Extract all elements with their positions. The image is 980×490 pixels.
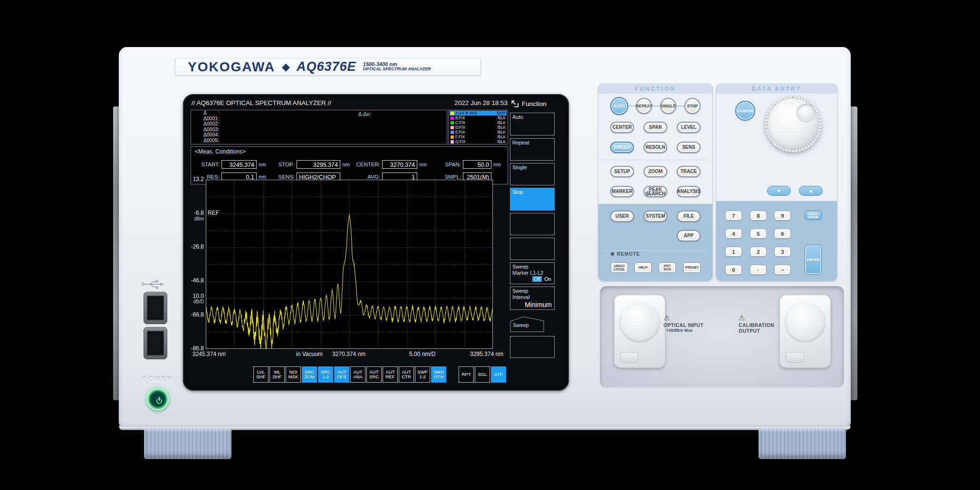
hardkey-center[interactable]: CENTER [610, 122, 634, 133]
menu-item-stop[interactable]: Stop [510, 188, 555, 211]
trace-row-G[interactable]: G:FIX/BLK [450, 140, 507, 144]
hardkey-resoln[interactable]: RESOLN [644, 142, 667, 153]
trace-color-swatch [451, 135, 454, 139]
coarse-button[interactable]: COARSE [735, 101, 755, 121]
meas-field-value[interactable]: 50.0 [463, 160, 491, 169]
softkey-smo-oth[interactable]: SMO OTH [431, 366, 446, 383]
meas-field-value[interactable]: 3245.374 [221, 160, 257, 169]
hardkey-level[interactable]: LEVEL [677, 122, 701, 133]
remote-led [611, 252, 614, 256]
softkey-wl-shf[interactable]: WL SHF [269, 366, 285, 383]
softkey-src-1-2[interactable]: SRC 1-2 [318, 366, 333, 383]
usb-port-2[interactable] [144, 327, 167, 359]
menu-item-auto[interactable]: Auto [510, 113, 555, 135]
softkey-noi-msk[interactable]: NOI MSK [286, 366, 301, 383]
function-menu-header: Function [511, 100, 547, 108]
hardkey-preset[interactable]: PRESET [683, 262, 701, 273]
delta-label-0: Δ : [203, 110, 447, 116]
hardkey-marker[interactable]: MARKER [610, 186, 634, 197]
menu-item-label: Sweep Interval [512, 288, 529, 300]
softkey-src-zom[interactable]: SRC ZOM [302, 366, 317, 383]
softkey-gap [447, 366, 458, 383]
menu-item-sweep[interactable]: Sweep Marker L1-L2Off On [510, 262, 555, 284]
optical-input-cover[interactable] [614, 295, 665, 368]
softkey-aut-ctr[interactable]: AUT CTR [399, 366, 414, 383]
menu-item-label: Auto [512, 114, 523, 120]
trace-row-F[interactable]: F:FIX/BLK [450, 135, 507, 139]
softkey-aut-ref[interactable]: AUT REF [383, 366, 398, 383]
step-up-button[interactable]: ▲ [799, 186, 823, 196]
menu-item-label: Stop [512, 189, 523, 195]
meas-field-center: CENTER:3270.374nm [355, 160, 436, 169]
softkey-aut-ofs[interactable]: AUT OFS [334, 366, 349, 383]
numkey-·[interactable]: · [750, 265, 767, 275]
numkey-2[interactable]: 2 [750, 247, 767, 257]
trace-row-A[interactable]: A:FX R AVG/DSP [450, 111, 507, 115]
softkey-rpt[interactable]: RPT [459, 366, 474, 383]
softkey-swp-1-2[interactable]: SWP 1-2 [415, 366, 430, 383]
menu-item-label: Repeat [512, 140, 529, 145]
hardkey-zoom[interactable]: ZOOM [644, 166, 667, 177]
numkey-3[interactable]: 3 [774, 247, 791, 257]
softkey-stp[interactable]: STP [491, 366, 506, 383]
hardkey-user[interactable]: USER [610, 211, 634, 222]
meas-field-value[interactable]: 3270.374 [382, 160, 417, 169]
hardkey-help[interactable]: HELP [634, 262, 652, 273]
display-screen: // AQ6376E OPTICAL SPECTRUM ANALYZER // … [183, 94, 569, 391]
numkey-1[interactable]: 1 [725, 247, 742, 257]
backspace-key[interactable]: BACK SPACE [805, 211, 822, 220]
hardkey-peak[interactable]: PEAK SEARCH [644, 186, 667, 197]
trace-row-B[interactable]: B:FIX/BLK [450, 115, 507, 120]
hardkey-file[interactable]: FILE [677, 211, 701, 222]
numkey-5[interactable]: 5 [750, 229, 767, 239]
meas-field-value[interactable]: 3295.374 [297, 160, 340, 169]
hardkey-trace[interactable]: TRACE [677, 166, 701, 177]
numkey-−[interactable]: − [774, 265, 791, 275]
sweep-tab[interactable]: Sweep [510, 316, 544, 332]
calibration-output-sub: OUTPUT [739, 328, 810, 334]
sweep-marker-toggle[interactable]: Off On [532, 276, 552, 282]
hardkey-repeat[interactable]: REPEAT [636, 98, 652, 114]
trace-row-E[interactable]: E:FIX/BLK [450, 130, 507, 135]
step-down-button[interactable]: ▼ [767, 186, 791, 196]
softkey-sgl[interactable]: SGL [475, 366, 490, 383]
optical-input-latch[interactable] [620, 352, 638, 363]
numkey-0[interactable]: 0 [725, 265, 742, 275]
numkey-9[interactable]: 9 [774, 211, 791, 221]
hardkey-app[interactable]: APP [677, 230, 701, 241]
hardkey-undo[interactable]: UNDO/ LOCAL [611, 262, 628, 273]
numkey-8[interactable]: 8 [750, 211, 767, 221]
trace-row-D[interactable]: D:FIX/BLK [450, 125, 507, 130]
hardkey-auto[interactable]: AUTO [610, 97, 628, 115]
hardkey-sens[interactable]: SENS [677, 142, 701, 153]
power-button[interactable] [146, 388, 169, 411]
numkey-6[interactable]: 6 [774, 229, 791, 239]
hardkey-setup[interactable]: SETUP [610, 166, 634, 177]
knob-finger-dimple[interactable] [797, 104, 816, 123]
menu-item-empty-5[interactable] [510, 238, 555, 260]
menu-slot-empty-bottom[interactable] [510, 336, 555, 358]
numkey-4[interactable]: 4 [725, 229, 742, 239]
hardkey-span[interactable]: SPAN [644, 122, 667, 133]
trace-row-C[interactable]: C:FIX/BLK [450, 120, 507, 125]
softkey-aut-ana[interactable]: AUT ANA [350, 366, 365, 383]
menu-item-repeat[interactable]: Repeat [510, 138, 555, 161]
hardkey-analysis[interactable]: ANALYSIS [677, 186, 701, 197]
hardkey-sweep[interactable]: SWEEP [610, 142, 634, 153]
menu-item-sweep[interactable]: Sweep IntervalMinimum [510, 287, 555, 310]
usb-port-1[interactable] [144, 292, 167, 324]
menu-item-single[interactable]: Single [510, 163, 555, 185]
meas-field-unit: nm [342, 162, 350, 167]
enter-key[interactable]: ENTER [805, 245, 822, 275]
hardkey-single[interactable]: SINGLE [660, 98, 676, 114]
trace-status: /BLK [497, 135, 506, 139]
softkey-lvl-shf[interactable]: LVL SHF [253, 366, 269, 383]
calibration-output-latch[interactable] [786, 352, 804, 363]
hardkey-stop[interactable]: STOP [684, 98, 701, 114]
numkey-7[interactable]: 7 [725, 211, 742, 221]
hardkey-prt[interactable]: PRT SCN [659, 262, 676, 273]
menu-item-empty-4[interactable] [510, 213, 555, 235]
softkey-aut-src[interactable]: AUT SRC [366, 366, 382, 383]
y-tick-4: -46.8 [183, 277, 204, 284]
hardkey-system[interactable]: SYSTEM [644, 211, 667, 222]
